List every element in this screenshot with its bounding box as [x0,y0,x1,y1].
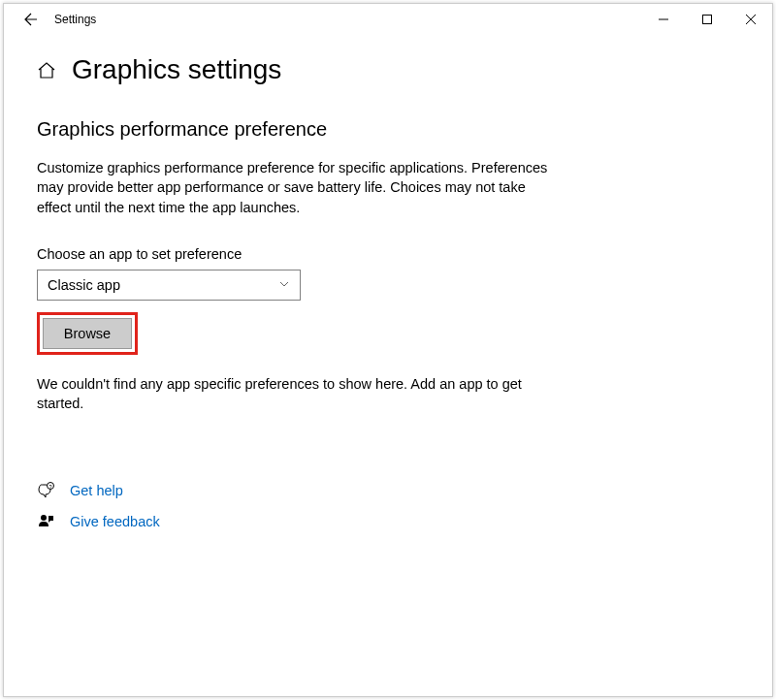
help-link-row: ? Get help [37,481,739,500]
close-icon [746,15,756,24]
minimize-button[interactable] [641,4,685,35]
window-controls [641,4,772,35]
svg-rect-0 [702,16,711,24]
empty-state-message: We couldn't find any app specific prefer… [37,374,561,414]
feedback-icon [37,512,56,531]
minimize-icon [659,15,668,24]
dropdown-value: Classic app [48,277,278,293]
back-button[interactable] [12,4,50,35]
maximize-button[interactable] [685,4,728,35]
page-header: Graphics settings [37,54,739,85]
page-title: Graphics settings [72,54,281,85]
feedback-link-row: Give feedback [37,512,739,531]
give-feedback-link[interactable]: Give feedback [70,514,160,529]
settings-window: Settings Graphics settings Graphics perf… [3,3,773,697]
maximize-icon [702,15,712,24]
dropdown-label: Choose an app to set preference [37,246,739,262]
close-button[interactable] [728,4,772,35]
section-heading: Graphics performance preference [37,118,739,141]
arrow-left-icon [23,12,39,27]
svg-point-3 [41,515,47,521]
help-icon: ? [37,481,56,500]
highlight-annotation: Browse [37,312,138,355]
titlebar: Settings [4,4,772,35]
svg-text:?: ? [48,484,51,490]
content-area: Graphics settings Graphics performance p… [4,35,772,562]
browse-label: Browse [64,326,111,341]
home-icon[interactable] [37,60,56,80]
section-description: Customize graphics performance preferenc… [37,158,561,217]
chevron-down-icon [278,276,290,294]
browse-button[interactable]: Browse [43,318,132,349]
get-help-link[interactable]: Get help [70,483,123,498]
window-title: Settings [54,13,96,26]
app-type-dropdown[interactable]: Classic app [37,270,301,301]
